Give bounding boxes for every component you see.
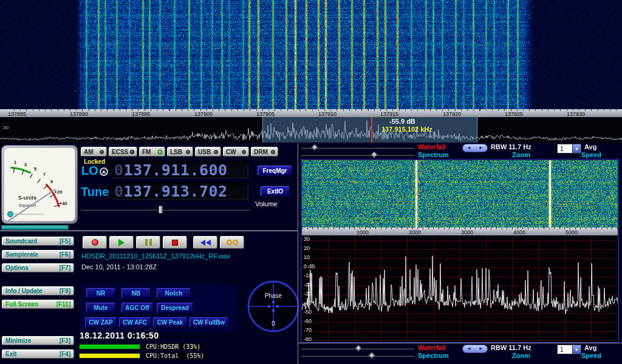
waterfall-brightness-slider[interactable] bbox=[301, 152, 414, 158]
ruler-tick: 137885 bbox=[8, 111, 26, 117]
slider-track bbox=[301, 154, 414, 156]
slider-thumb[interactable] bbox=[311, 144, 318, 150]
mode-button-cw[interactable]: CW bbox=[223, 147, 249, 157]
mode-button-lsb[interactable]: LSB bbox=[167, 147, 193, 157]
mute-button[interactable]: Mute bbox=[86, 303, 115, 313]
volume-slider[interactable] bbox=[81, 206, 250, 214]
button-label: Soundcard bbox=[5, 238, 37, 244]
mode-button-fm[interactable]: FM bbox=[139, 147, 165, 157]
mode-button-ecss[interactable]: ECSS bbox=[109, 147, 137, 157]
record-button[interactable] bbox=[83, 236, 107, 249]
mode-button-usb[interactable]: USB bbox=[195, 147, 221, 157]
chevron-down-icon[interactable]: ▼ bbox=[572, 345, 581, 354]
zoom-label-top: Zoom bbox=[512, 151, 530, 158]
notch-button[interactable]: Notch bbox=[157, 288, 191, 298]
despread-button[interactable]: Despread bbox=[157, 303, 193, 313]
pause-button[interactable] bbox=[136, 236, 160, 249]
mode-selector: AM ECSS FM LSB USB CW DRM bbox=[81, 147, 278, 157]
wav-file-date: Dec 10, 2011 - 13:01:28Z bbox=[81, 263, 157, 271]
exit-button[interactable]: Exit[F4] bbox=[2, 349, 74, 359]
waterfall-label-top[interactable]: Waterfall bbox=[418, 143, 446, 150]
arrow-right-icon[interactable]: ► bbox=[479, 346, 484, 351]
mode-led bbox=[186, 150, 190, 154]
cursor-db-value: -55.9 dB bbox=[381, 118, 432, 126]
audio-waterfall-brightness-slider[interactable] bbox=[301, 352, 414, 359]
chevron-down-icon[interactable]: ▼ bbox=[572, 144, 581, 153]
spectrum-label-bottom[interactable]: Spectrum bbox=[418, 352, 449, 359]
rbw-label-bottom: RBW 11.7 Hz bbox=[491, 344, 531, 351]
audio-waterfall-display[interactable] bbox=[302, 160, 618, 228]
rf-waterfall-display[interactable] bbox=[0, 0, 622, 109]
ruler-tick: 5000 bbox=[566, 229, 578, 235]
squelch-level-bar[interactable] bbox=[1, 225, 69, 230]
mode-label: ECSS bbox=[112, 149, 128, 155]
mode-button-am[interactable]: AM bbox=[81, 147, 107, 157]
arrow-left-icon[interactable]: ◄ bbox=[466, 146, 471, 150]
arrow-left-icon[interactable]: ◄ bbox=[466, 346, 471, 351]
audio-waterfall-contrast-slider[interactable] bbox=[301, 345, 414, 352]
extio-button[interactable]: ExtIO bbox=[261, 186, 290, 197]
waterfall-label-bottom[interactable]: Waterfall bbox=[418, 344, 446, 351]
info-update-button[interactable]: Info / Update[F9] bbox=[2, 286, 74, 295]
slider-thumb[interactable] bbox=[159, 206, 163, 214]
rf-frequency-ruler[interactable]: 137885 137890 137895 137900 137905 13791… bbox=[0, 109, 622, 117]
tune-frequency-display[interactable]: 0137.913.702 bbox=[110, 183, 249, 200]
play-button[interactable] bbox=[109, 236, 134, 249]
avg-label-top: Avg bbox=[584, 143, 596, 150]
s-units-label: S-units bbox=[18, 195, 37, 201]
slider-thumb[interactable] bbox=[368, 352, 375, 359]
cursor-frequency-value: 137.915.102 kHz bbox=[381, 126, 432, 133]
vfo-a-badge[interactable]: A bbox=[100, 167, 108, 176]
db-tick: 0 dB bbox=[304, 263, 315, 269]
ruler-tick: 137925 bbox=[505, 111, 523, 117]
mode-led bbox=[100, 150, 104, 154]
options-button[interactable]: Options[F7] bbox=[2, 263, 74, 272]
button-hotkey: [F9] bbox=[60, 288, 70, 294]
lo-frequency-display[interactable]: 0137.911.600 bbox=[110, 161, 249, 179]
slider-thumb[interactable] bbox=[371, 151, 377, 158]
stop-icon bbox=[172, 240, 178, 246]
cpu-total-bar bbox=[79, 353, 140, 359]
avg-select-bottom[interactable]: 1 ▼ bbox=[557, 345, 581, 354]
cw-afc-button[interactable]: CW AFC bbox=[119, 317, 151, 328]
samplerate-button[interactable]: Samplerate[F6] bbox=[2, 250, 74, 259]
smeter-tick-label: 1 bbox=[14, 160, 17, 165]
shift-arrows-top[interactable]: ◄ ► bbox=[462, 144, 488, 152]
hdsdr-window: 137885 137890 137895 137900 137905 13791… bbox=[0, 0, 622, 364]
avg-select-top[interactable]: 1 ▼ bbox=[557, 144, 581, 153]
stop-button[interactable] bbox=[163, 236, 187, 249]
waterfall-contrast-slider[interactable] bbox=[301, 144, 414, 151]
db-tick: -40 bbox=[304, 300, 312, 306]
mode-led bbox=[271, 150, 275, 154]
cw-zap-button[interactable]: CW ZAP bbox=[85, 317, 117, 328]
mode-button-drm[interactable]: DRM bbox=[251, 147, 278, 157]
cw-peak-button[interactable]: CW Peak bbox=[153, 317, 187, 328]
passband-overlay[interactable] bbox=[262, 117, 477, 143]
cw-fullbw-button[interactable]: CW FullBw bbox=[190, 317, 228, 328]
minimize-button[interactable]: Minimize[F3] bbox=[2, 336, 74, 345]
ruler-tick: 1000 bbox=[357, 229, 369, 235]
freqmgr-button[interactable]: FreqMgr bbox=[258, 166, 292, 176]
avg-label-bottom: Avg bbox=[584, 344, 596, 351]
audio-spectrum-display[interactable] bbox=[302, 236, 618, 342]
rf-spectrum-display[interactable]: -50 -55.9 dB 137.915.102 kHz bbox=[0, 117, 622, 143]
phase-indicator[interactable]: Phase 0 bbox=[247, 280, 300, 333]
spectrum-label-top[interactable]: Spectrum bbox=[418, 151, 449, 158]
rewind-icon bbox=[200, 240, 211, 246]
audio-frequency-ruler[interactable]: 1000 2000 3000 4000 5000 bbox=[302, 228, 618, 235]
rewind-button[interactable] bbox=[193, 236, 217, 249]
loop-button[interactable] bbox=[220, 236, 244, 249]
shift-arrows-bottom[interactable]: ◄ ► bbox=[462, 345, 488, 353]
nb-button[interactable]: NB bbox=[121, 288, 151, 298]
squelch-knob[interactable] bbox=[8, 212, 13, 217]
agc-button[interactable]: AGC Off bbox=[121, 303, 153, 313]
fullscreen-button[interactable]: Full Screen[F11] bbox=[2, 300, 74, 309]
slider-thumb[interactable] bbox=[355, 345, 361, 351]
soundcard-button[interactable]: Soundcard[F5] bbox=[2, 237, 74, 246]
s-meter[interactable]: 1 3 5 7 9 +20 +40 S-units Squelch bbox=[1, 145, 78, 224]
cpu-hdsdr-bar bbox=[79, 344, 140, 349]
arrow-right-icon[interactable]: ► bbox=[479, 146, 484, 150]
nr-button[interactable]: NR bbox=[86, 288, 115, 298]
volume-label: Volume bbox=[255, 200, 278, 207]
pause-icon bbox=[145, 239, 152, 246]
